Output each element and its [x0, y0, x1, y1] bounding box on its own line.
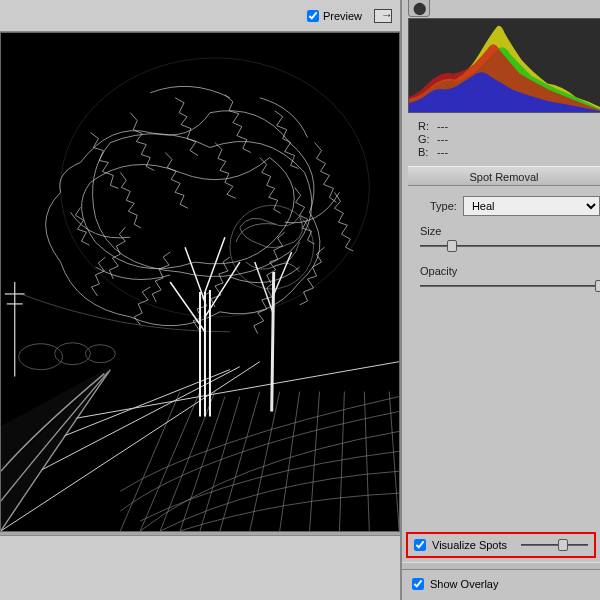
b-value: ---: [437, 146, 448, 158]
blob-icon: ⬤: [413, 1, 426, 15]
fullscreen-exit-icon[interactable]: [374, 9, 392, 23]
visualize-spots-row: Visualize Spots: [406, 532, 596, 558]
slider-thumb[interactable]: [595, 280, 600, 292]
preview-check-input[interactable]: [307, 10, 319, 22]
rgb-readout: R: --- G: --- B: ---: [418, 120, 448, 159]
opacity-slider[interactable]: [420, 279, 600, 293]
g-label: G:: [418, 133, 434, 146]
b-label: B:: [418, 146, 434, 159]
slider-group: Size Opacity: [410, 225, 600, 305]
visualize-checkbox[interactable]: [414, 539, 426, 551]
preview-checkbox[interactable]: Preview: [307, 10, 362, 22]
size-row: Size: [410, 225, 600, 253]
visualize-slider[interactable]: [521, 538, 588, 552]
slider-rail: [420, 285, 600, 287]
g-value: ---: [437, 133, 448, 145]
show-overlay-row: Show Overlay: [402, 572, 600, 600]
main-area: Preview: [0, 0, 400, 600]
image-preview[interactable]: [0, 32, 400, 532]
opacity-label: Opacity: [410, 265, 600, 277]
bottom-controls: Visualize Spots Show Overlay: [402, 528, 600, 600]
panel-title: Spot Removal: [408, 166, 600, 186]
overlay-checkbox[interactable]: [412, 578, 424, 590]
overlay-label: Show Overlay: [430, 578, 498, 590]
divider: [402, 562, 600, 570]
slider-rail: [521, 544, 588, 546]
top-toolbar: Preview: [0, 0, 400, 32]
preview-label: Preview: [323, 10, 362, 22]
visualize-label: Visualize Spots: [432, 539, 507, 551]
slider-thumb[interactable]: [447, 240, 457, 252]
type-select[interactable]: Heal: [463, 196, 600, 216]
slider-thumb[interactable]: [558, 539, 568, 551]
size-label: Size: [410, 225, 600, 237]
size-slider[interactable]: [420, 239, 600, 253]
tool-tab[interactable]: ⬤: [408, 0, 430, 17]
type-label: Type:: [430, 200, 457, 212]
type-row: Type: Heal: [402, 196, 600, 216]
svg-line-12: [272, 272, 274, 411]
histogram[interactable]: [408, 18, 600, 113]
r-label: R:: [418, 120, 434, 133]
opacity-row: Opacity: [410, 265, 600, 293]
below-preview-bar: [0, 535, 400, 600]
r-value: ---: [437, 120, 448, 132]
side-panel: ⬤ R: --- G: --- B: --- Spot Removal Type…: [400, 0, 600, 600]
svg-rect-0: [1, 33, 399, 531]
